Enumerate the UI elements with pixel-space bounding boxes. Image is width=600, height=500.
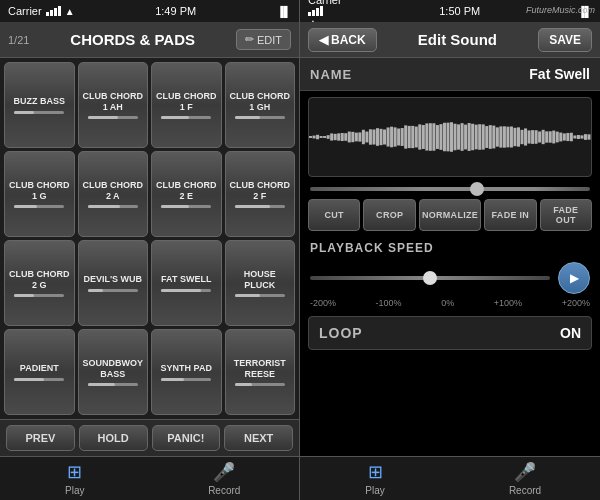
svg-rect-39 — [446, 123, 449, 152]
svg-rect-4 — [323, 136, 326, 138]
svg-rect-38 — [443, 123, 446, 151]
right-tab-record[interactable]: 🎤 Record — [450, 457, 600, 500]
save-button[interactable]: SAVE — [538, 28, 592, 52]
svg-rect-19 — [376, 128, 379, 146]
left-top-bar: 1/21 CHORDS & PADS ✏ EDIT — [0, 22, 299, 58]
pad-6[interactable]: CLUB CHORD 2 E — [151, 151, 222, 237]
svg-rect-33 — [425, 123, 428, 150]
pad-3[interactable]: CLUB CHORD 1 GH — [225, 62, 296, 148]
svg-rect-54 — [499, 126, 502, 147]
speed-labels: -200%-100%0%+100%+200% — [300, 298, 600, 312]
pad-10[interactable]: FAT SWELL — [151, 240, 222, 326]
pad-name-8: CLUB CHORD 2 G — [8, 269, 71, 291]
playback-row: ▶ — [300, 258, 600, 298]
pad-14[interactable]: SYNTH PAD — [151, 329, 222, 415]
playback-label: PLAYBACK SPEED — [300, 235, 600, 258]
waveform-range-slider[interactable] — [310, 187, 590, 191]
name-row: NAME Fat Swell — [300, 58, 600, 91]
pad-bar-13 — [88, 383, 138, 386]
hold-button[interactable]: HOLD — [79, 425, 148, 451]
left-tab-play[interactable]: ⊞ Play — [0, 457, 150, 500]
pad-name-5: CLUB CHORD 2 A — [82, 180, 145, 202]
pad-name-9: DEVIL'S WUB — [83, 274, 142, 285]
left-status-bar: Carrier ▲ 1:49 PM ▐▌ — [0, 0, 299, 22]
svg-rect-50 — [485, 126, 488, 148]
pad-bar-fill-0 — [14, 111, 34, 114]
pad-7[interactable]: CLUB CHORD 2 F — [225, 151, 296, 237]
pad-0[interactable]: BUZZ BASS — [4, 62, 75, 148]
edit-button[interactable]: ✏ EDIT — [236, 29, 291, 50]
prev-button[interactable]: PREV — [6, 425, 75, 451]
left-record-label: Record — [208, 485, 240, 496]
play-grid-icon: ⊞ — [67, 461, 82, 483]
pad-1[interactable]: CLUB CHORD 1 AH — [78, 62, 149, 148]
pad-name-3: CLUB CHORD 1 GH — [229, 91, 292, 113]
left-tab-bar: ⊞ Play 🎤 Record — [0, 456, 299, 500]
svg-rect-13 — [355, 133, 358, 142]
pad-5[interactable]: CLUB CHORD 2 A — [78, 151, 149, 237]
pad-bar-11 — [235, 294, 285, 297]
svg-rect-60 — [521, 130, 524, 144]
name-value: Fat Swell — [529, 66, 590, 82]
left-battery-icon: ▐▌ — [277, 6, 291, 17]
action-btn-cut[interactable]: CUT — [308, 199, 360, 231]
loop-row: LOOP ON — [308, 316, 592, 350]
pad-4[interactable]: CLUB CHORD 1 G — [4, 151, 75, 237]
pad-9[interactable]: DEVIL'S WUB — [78, 240, 149, 326]
svg-rect-26 — [401, 128, 404, 146]
pad-bar-fill-15 — [235, 383, 253, 386]
left-tab-record[interactable]: 🎤 Record — [150, 457, 300, 500]
panic-button[interactable]: PANIC! — [152, 425, 221, 451]
svg-rect-52 — [492, 126, 495, 149]
next-button[interactable]: NEXT — [224, 425, 293, 451]
svg-rect-36 — [436, 125, 439, 149]
pad-bar-fill-1 — [88, 116, 118, 119]
playback-speed-slider[interactable] — [310, 276, 550, 280]
pad-bar-fill-7 — [235, 205, 270, 208]
left-carrier: Carrier ▲ — [8, 5, 75, 17]
back-button[interactable]: ◀ BACK — [308, 28, 377, 52]
action-btn-crop[interactable]: CROP — [363, 199, 415, 231]
svg-rect-18 — [372, 129, 375, 144]
pad-name-13: SOUNDBWOY BASS — [82, 358, 145, 380]
right-tab-play[interactable]: ⊞ Play — [300, 457, 450, 500]
svg-rect-20 — [380, 129, 383, 145]
svg-rect-31 — [418, 124, 421, 149]
svg-rect-64 — [535, 130, 538, 144]
pad-bar-5 — [88, 205, 138, 208]
svg-rect-29 — [411, 126, 414, 148]
svg-rect-22 — [387, 127, 390, 146]
action-btn-normalize[interactable]: NORMALIZE — [419, 199, 481, 231]
svg-rect-1 — [313, 136, 316, 139]
svg-rect-30 — [415, 127, 418, 148]
svg-rect-56 — [506, 127, 509, 148]
name-label: NAME — [310, 67, 352, 82]
svg-rect-8 — [337, 133, 340, 140]
action-btn-fade-in[interactable]: FADE IN — [484, 199, 536, 231]
pad-8[interactable]: CLUB CHORD 2 G — [4, 240, 75, 326]
pad-12[interactable]: PADIENT — [4, 329, 75, 415]
svg-rect-57 — [510, 126, 513, 147]
pad-name-10: FAT SWELL — [161, 274, 211, 285]
pad-bar-fill-3 — [235, 116, 260, 119]
pad-15[interactable]: TERRORIST REESE — [225, 329, 296, 415]
right-title: Edit Sound — [418, 31, 497, 48]
pad-name-14: SYNTH PAD — [161, 363, 212, 374]
pad-11[interactable]: HOUSE PLUCK — [225, 240, 296, 326]
pad-2[interactable]: CLUB CHORD 1 F — [151, 62, 222, 148]
svg-rect-66 — [542, 130, 545, 144]
svg-rect-35 — [432, 123, 435, 150]
pads-grid: BUZZ BASSCLUB CHORD 1 AHCLUB CHORD 1 FCL… — [0, 58, 299, 419]
svg-rect-59 — [517, 127, 520, 146]
pad-13[interactable]: SOUNDBWOY BASS — [78, 329, 149, 415]
action-btn-fade-out[interactable]: FADE OUT — [540, 199, 592, 231]
play-button[interactable]: ▶ — [558, 262, 590, 294]
pencil-icon: ✏ — [245, 33, 254, 46]
back-chevron-icon: ◀ — [319, 33, 328, 47]
right-battery-icon: ▐▌ — [578, 6, 592, 17]
svg-rect-21 — [383, 129, 386, 144]
right-play-grid-icon: ⊞ — [368, 461, 383, 483]
right-top-bar: ◀ BACK Edit Sound SAVE — [300, 22, 600, 58]
waveform-container — [308, 97, 592, 177]
pad-bar-fill-9 — [88, 289, 103, 292]
